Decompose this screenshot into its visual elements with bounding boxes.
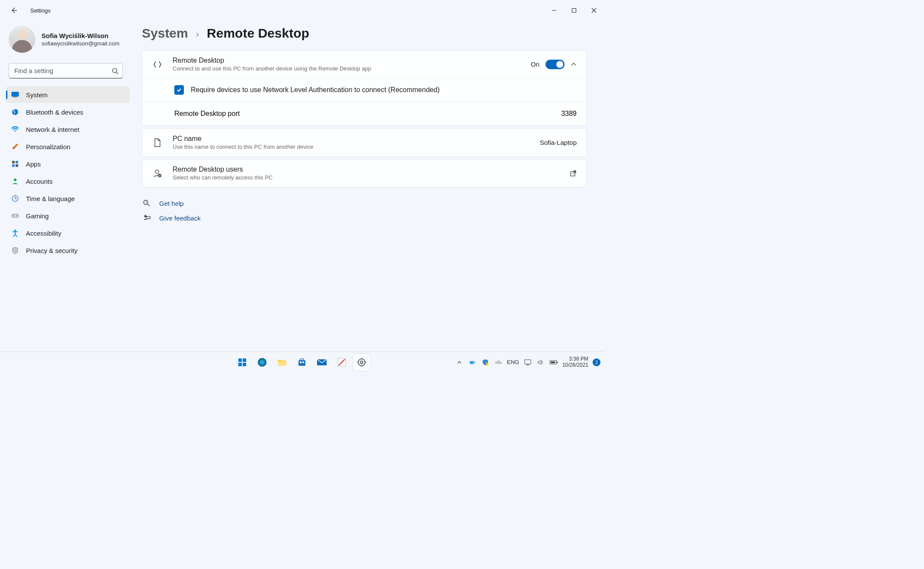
chevron-up-icon[interactable] — [571, 61, 577, 67]
svg-point-17 — [14, 230, 16, 231]
row-subtitle: Select who can remotely access this PC — [173, 174, 560, 181]
svg-point-18 — [155, 170, 159, 173]
svg-rect-28 — [238, 363, 242, 366]
close-button[interactable] — [584, 3, 604, 17]
maximize-button[interactable] — [564, 3, 584, 17]
close-icon — [591, 8, 597, 13]
svg-rect-14 — [12, 214, 19, 217]
sidebar-item-time-language[interactable]: Time & language — [6, 190, 130, 207]
help-icon: ? — [143, 199, 151, 207]
taskbar-explorer[interactable] — [273, 354, 291, 371]
start-button[interactable] — [234, 354, 251, 371]
sidebar-item-label: Gaming — [26, 212, 49, 220]
svg-point-6 — [12, 109, 18, 115]
search-icon — [112, 67, 119, 74]
svg-rect-52 — [551, 361, 555, 363]
svg-point-39 — [358, 359, 365, 366]
port-label: Remote Desktop port — [174, 110, 240, 118]
row-remote-desktop-toggle[interactable]: Remote Desktop Connect to and use this P… — [142, 51, 586, 78]
svg-point-16 — [16, 215, 17, 216]
minimize-button[interactable] — [544, 3, 564, 17]
search-input[interactable] — [9, 63, 123, 79]
sidebar-item-apps[interactable]: Apps — [6, 156, 130, 172]
app-icon — [337, 358, 346, 367]
row-nla-checkbox[interactable]: Require devices to use Network Level Aut… — [142, 78, 586, 102]
sidebar-item-accounts[interactable]: Accounts — [6, 173, 130, 189]
row-rd-port[interactable]: Remote Desktop port 3389 — [142, 102, 586, 125]
tray-language[interactable]: ENG — [507, 359, 519, 365]
taskbar-tray: ! ENG 3:38 PM 10/26/2021 2 — [455, 356, 604, 368]
taskbar-settings[interactable] — [353, 354, 370, 371]
back-button[interactable] — [9, 5, 19, 16]
sidebar-item-label: Accessibility — [26, 230, 61, 237]
svg-rect-1 — [572, 9, 576, 13]
notification-badge[interactable]: 2 — [593, 358, 600, 366]
card-rd-users[interactable]: Remote Desktop users Select who can remo… — [142, 159, 587, 187]
nla-checkbox[interactable] — [174, 85, 184, 95]
maximize-icon — [571, 8, 577, 13]
sidebar-item-gaming[interactable]: Gaming — [6, 208, 130, 224]
svg-rect-48 — [525, 360, 531, 364]
sidebar-item-privacy[interactable]: Privacy & security — [6, 242, 130, 259]
breadcrumb-parent[interactable]: System — [142, 26, 188, 41]
sidebar-item-network[interactable]: Network & internet — [6, 121, 130, 137]
remote-desktop-icon — [152, 59, 163, 70]
taskbar: ! ENG 3:38 PM 10/26/2021 2 — [0, 352, 604, 372]
tray-volume[interactable] — [536, 358, 545, 367]
gear-icon — [357, 358, 366, 367]
svg-point-7 — [14, 130, 16, 131]
tray-cast[interactable] — [523, 358, 532, 367]
sidebar-item-bluetooth[interactable]: Bluetooth & devices — [6, 104, 130, 120]
sidebar-item-accessibility[interactable]: Accessibility — [6, 225, 130, 241]
volume-icon — [537, 359, 544, 365]
taskbar-mail[interactable] — [313, 354, 330, 371]
sidebar-item-system[interactable]: System — [6, 86, 130, 103]
svg-point-2 — [112, 68, 117, 73]
sidebar-item-label: Apps — [26, 160, 41, 168]
feedback-icon — [143, 214, 151, 222]
card-remote-desktop: Remote Desktop Connect to and use this P… — [142, 50, 587, 126]
tray-overflow[interactable] — [455, 358, 464, 367]
svg-rect-33 — [298, 360, 305, 366]
document-icon — [152, 137, 163, 148]
remote-desktop-toggle[interactable] — [545, 60, 565, 69]
window-title: Settings — [30, 7, 51, 14]
svg-rect-34 — [300, 359, 304, 361]
card-pc-name[interactable]: PC name Use this name to connect to this… — [142, 128, 587, 157]
taskbar-app[interactable] — [333, 354, 350, 371]
clock-globe-icon — [11, 195, 19, 202]
profile-name: Sofia Wyciślik-Wilson — [42, 32, 119, 39]
profile-email: sofiawycislikwilson@gmail.com — [42, 40, 119, 47]
svg-rect-45 — [470, 361, 474, 364]
accessibility-icon — [11, 229, 19, 237]
profile-block[interactable]: Sofia Wyciślik-Wilson sofiawycislikwilso… — [6, 21, 130, 61]
row-title: Remote Desktop users — [173, 166, 560, 173]
avatar — [9, 26, 35, 53]
give-feedback-link[interactable]: Give feedback — [143, 214, 587, 222]
sidebar-item-personalization[interactable]: Personalization — [6, 138, 130, 155]
svg-point-40 — [360, 361, 363, 364]
tray-onedrive[interactable] — [494, 358, 503, 367]
store-icon — [297, 358, 307, 367]
taskbar-edge[interactable] — [253, 354, 271, 371]
cast-icon — [524, 359, 531, 365]
tray-security[interactable]: ! — [481, 358, 490, 367]
tray-clock[interactable]: 3:38 PM 10/26/2021 — [562, 356, 588, 368]
taskbar-store[interactable] — [293, 354, 311, 371]
sidebar-item-label: Accounts — [26, 178, 53, 185]
svg-rect-36 — [302, 361, 304, 363]
svg-rect-8 — [12, 161, 15, 163]
tray-date: 10/26/2021 — [562, 362, 588, 368]
tray-icon-1[interactable] — [468, 358, 477, 367]
open-external-icon — [570, 170, 577, 177]
tray-battery[interactable] — [549, 358, 558, 367]
svg-line-3 — [116, 72, 118, 74]
svg-point-12 — [14, 179, 16, 181]
shield-icon — [11, 246, 19, 254]
chevron-up-icon — [457, 360, 462, 365]
battery-icon — [549, 360, 558, 365]
svg-rect-49 — [526, 364, 529, 365]
svg-rect-26 — [238, 358, 242, 362]
edge-icon — [257, 357, 267, 368]
get-help-link[interactable]: ? Get help — [143, 199, 587, 207]
